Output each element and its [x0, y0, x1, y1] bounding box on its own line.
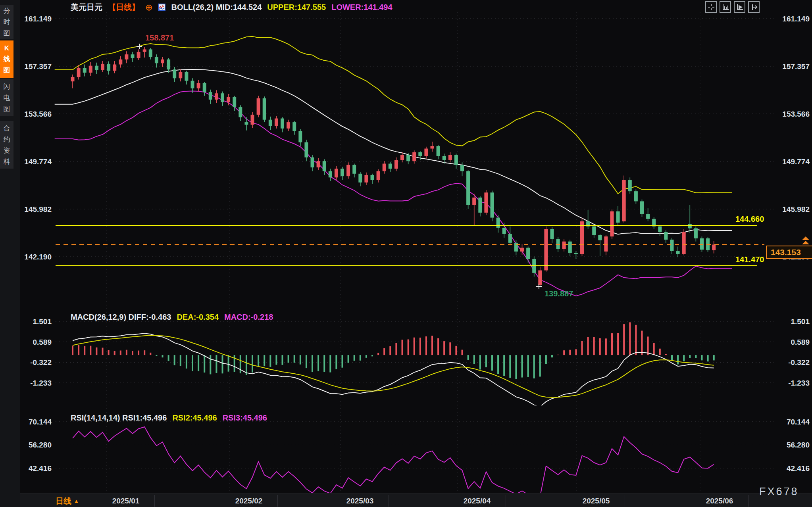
candle-body	[550, 229, 554, 239]
sidebar-item-char: 时	[4, 17, 10, 27]
macd-histogram-bar	[677, 355, 679, 364]
candle-body	[412, 152, 416, 161]
candle-body	[562, 242, 566, 249]
macd-histogram-bar	[527, 355, 529, 377]
price-axis-label-left: 145.982	[24, 205, 52, 213]
macd-histogram-bar	[671, 355, 673, 360]
candle-body	[149, 50, 152, 57]
rsi-axis-label-left: 42.416	[29, 464, 52, 472]
macd-histogram-bar	[342, 355, 343, 368]
candle-body	[448, 155, 452, 160]
candle-body	[580, 221, 584, 254]
month-label: 2025/01	[112, 497, 140, 505]
candle-body	[712, 245, 716, 250]
macd-histogram-bar	[533, 355, 535, 378]
macd-histogram-bar	[222, 355, 223, 373]
candle-body	[371, 175, 374, 180]
macd-histogram-bar	[264, 355, 265, 366]
macd-histogram-bar	[78, 345, 79, 355]
sidebar-item-1[interactable]: 分时图	[0, 5, 13, 39]
candle-body	[119, 60, 122, 65]
macd-axis-label-left: -1.233	[30, 379, 52, 387]
candle-body	[514, 243, 518, 252]
sidebar-item-4[interactable]: 合约资料	[0, 121, 13, 169]
macd-dea-readout: DEA:-0.354	[177, 313, 219, 322]
candle-body	[502, 228, 506, 234]
candle-body	[437, 146, 440, 156]
candle-body	[610, 211, 614, 236]
macd-histogram-bar	[300, 355, 301, 365]
macd-histogram-bar	[611, 333, 613, 355]
macd-histogram-bar	[647, 336, 649, 355]
macd-histogram-bar	[317, 355, 319, 371]
candle-body	[460, 165, 464, 171]
macd-histogram-bar	[312, 355, 313, 372]
candle-body	[346, 165, 350, 176]
add-indicator-icon[interactable]: ⊕	[145, 3, 152, 12]
rsi-axis-label-right: 70.144	[787, 418, 810, 426]
macd-histogram-bar	[515, 355, 517, 379]
month-label: 2025/05	[583, 497, 610, 505]
macd-histogram-bar	[138, 351, 139, 355]
sidebar-item-char: 图	[4, 29, 10, 38]
lower-level-label: 141.470	[735, 255, 764, 264]
macd-histogram-bar	[72, 346, 73, 355]
macd-histogram-bar	[479, 355, 481, 369]
macd-histogram-bar	[84, 346, 85, 355]
rsi3-readout: RSI3:45.496	[223, 413, 267, 422]
macd-histogram-bar	[683, 355, 685, 361]
macd-histogram-bar	[240, 355, 241, 373]
macd-histogram-bar	[485, 355, 487, 367]
candle-body	[406, 155, 410, 161]
candle-body	[287, 122, 290, 129]
candle-body	[275, 119, 278, 126]
axis-bars-icon[interactable]	[720, 1, 731, 13]
sidebar: 分时图K线图闪电图合约资料	[0, 0, 20, 507]
sidebar-item-3[interactable]: 闪电图	[0, 79, 13, 116]
macd-histogram-bar	[108, 350, 110, 355]
crosshair-icon[interactable]	[705, 1, 717, 13]
scroll-to-latest-icon[interactable]	[801, 236, 811, 245]
candle-body	[71, 77, 75, 81]
candle-body	[215, 93, 218, 100]
candle-body	[83, 68, 87, 73]
candle-body	[143, 50, 146, 52]
candle-body	[592, 227, 596, 235]
period-selector[interactable]: 日线 ▲	[56, 496, 79, 507]
candle-body	[389, 164, 392, 169]
macd-histogram-bar	[551, 355, 553, 357]
candle-body	[95, 66, 98, 70]
macd-histogram-bar	[455, 346, 457, 355]
chart-canvas[interactable]: 161.149161.149157.357157.357153.566153.5…	[0, 0, 812, 507]
candle-body	[329, 171, 332, 177]
sidebar-item-char: 合	[4, 124, 10, 133]
candle-body	[269, 120, 272, 126]
candle-body	[443, 156, 446, 160]
candle-body	[298, 131, 302, 142]
axis-play-icon[interactable]	[734, 1, 745, 13]
macd-histogram-bar	[605, 338, 607, 355]
chart-app-window: 161.149161.149157.357157.357153.566153.5…	[0, 0, 812, 507]
candle-body	[538, 271, 542, 285]
macd-histogram-bar	[228, 355, 229, 372]
macd-histogram-bar	[587, 337, 589, 355]
macd-histogram-bar	[701, 355, 703, 360]
sidebar-item-2[interactable]: K线图	[0, 40, 13, 78]
axis-divider	[67, 495, 67, 507]
candle-body	[658, 227, 662, 232]
macd-axis-label-left: -0.322	[30, 358, 52, 367]
candle-body	[352, 165, 356, 174]
macd-axis-label-left: 0.589	[33, 338, 52, 346]
candle-body	[664, 232, 668, 240]
macd-histogram-bar	[497, 355, 499, 374]
candle-body	[682, 232, 686, 254]
macd-histogram-bar	[395, 343, 397, 355]
goto-last-icon[interactable]	[748, 1, 760, 13]
symbol-title: 美元日元	[71, 2, 102, 13]
sidebar-item-char: 图	[4, 65, 10, 75]
macd-histogram-bar	[402, 340, 403, 355]
candle-body	[221, 93, 224, 102]
price-axis-label-left: 153.566	[24, 110, 52, 118]
candle-body	[227, 97, 230, 102]
macd-histogram-bar	[371, 355, 373, 356]
